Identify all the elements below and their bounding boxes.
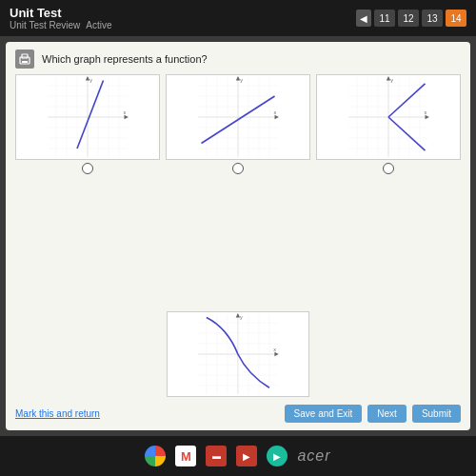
radio-2[interactable] <box>232 163 244 174</box>
svg-text:y: y <box>240 77 243 83</box>
graph-container-1: x y <box>15 74 160 237</box>
brand-label: acer <box>297 447 330 465</box>
graph-box-3: x y <box>316 74 461 160</box>
nav-btn-11[interactable]: 11 <box>374 10 395 27</box>
svg-text:y: y <box>390 77 393 83</box>
mark-return-link[interactable]: Mark this and return <box>15 408 100 419</box>
svg-text:x: x <box>123 109 126 115</box>
question-header: Which graph represents a function? <box>15 50 461 69</box>
next-button[interactable]: Next <box>367 405 407 423</box>
youtube-icon[interactable]: ▶ <box>236 446 257 466</box>
svg-marker-37 <box>275 115 279 119</box>
top-nav-right: ◀ 11 12 13 14 <box>356 10 466 27</box>
app-title: Unit Test <box>10 6 112 20</box>
svg-rect-2 <box>22 61 28 63</box>
play-icon[interactable]: ▶ <box>267 446 288 466</box>
subtitle-text: Unit Test Review <box>10 20 80 30</box>
question-text: Which graph represents a function? <box>42 53 208 65</box>
graph-box-2: x y <box>166 74 310 160</box>
print-icon[interactable] <box>15 50 34 69</box>
graph-box-1: x y <box>15 74 160 160</box>
svg-text:y: y <box>240 314 243 320</box>
nav-prev-button[interactable]: ◀ <box>356 10 371 27</box>
taskbar: M ▬ ▶ ▶ acer <box>0 436 476 476</box>
active-badge: Active <box>86 20 111 30</box>
gmail-icon[interactable]: M <box>175 446 196 466</box>
svg-text:y: y <box>89 77 92 83</box>
graph-container-3: x y <box>316 74 461 237</box>
graph-container-4: x y <box>167 311 309 397</box>
action-buttons: Save and Exit Next Submit <box>285 405 461 423</box>
nav-btn-12[interactable]: 12 <box>398 10 419 27</box>
graphs-bottom-row: x y <box>15 311 461 397</box>
chrome-icon[interactable] <box>145 446 166 466</box>
svg-marker-18 <box>125 115 129 119</box>
save-exit-button[interactable]: Save and Exit <box>285 405 363 423</box>
svg-rect-1 <box>22 54 28 58</box>
graph-container-2: x y <box>166 74 310 237</box>
top-bar: Unit Test Unit Test Review Active ◀ 11 1… <box>0 0 476 36</box>
submit-button[interactable]: Submit <box>412 405 461 423</box>
sub-title: Unit Test Review Active <box>10 20 112 30</box>
nav-btn-13[interactable]: 13 <box>422 10 443 27</box>
main-content: Which graph represents a function? <box>0 36 476 436</box>
radio-1[interactable] <box>82 163 93 174</box>
docs-icon[interactable]: ▬ <box>206 446 227 466</box>
svg-text:x: x <box>273 347 276 352</box>
top-bar-left: Unit Test Unit Test Review Active <box>10 6 112 30</box>
question-card: Which graph represents a function? <box>6 42 470 430</box>
svg-marker-74 <box>275 352 279 356</box>
graph-box-4: x y <box>167 311 309 397</box>
radio-3[interactable] <box>383 163 394 174</box>
svg-marker-56 <box>426 115 429 119</box>
svg-line-19 <box>77 81 104 149</box>
svg-text:x: x <box>424 109 426 115</box>
svg-text:x: x <box>273 109 276 115</box>
action-bar: Mark this and return Save and Exit Next … <box>15 405 461 423</box>
graphs-top-row: x y <box>15 74 461 306</box>
nav-btn-14[interactable]: 14 <box>446 10 466 27</box>
